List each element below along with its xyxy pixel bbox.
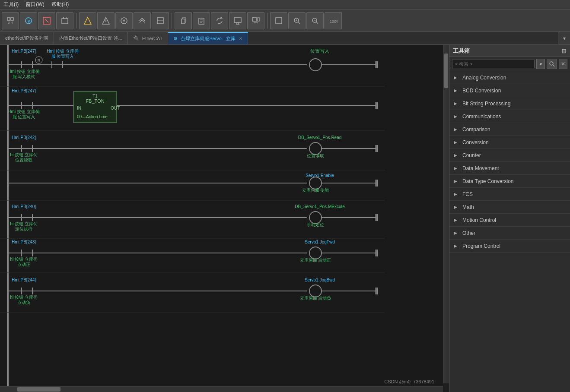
ladder-diagram-svg: Hmi.PB[247] R Hmi 按钮 立库伺 服 写入模式 Hmi 按钮 立… xyxy=(0,45,419,386)
svg-text:Hmi.PB[244]: Hmi.PB[244] xyxy=(12,278,36,282)
svg-text:位置读取: 位置读取 xyxy=(307,153,324,158)
toolbar-btn-copy[interactable] xyxy=(175,12,192,29)
svg-rect-28 xyxy=(252,18,257,21)
toolbar-btn-5[interactable] xyxy=(97,12,115,29)
svg-text:DB_Servo1_Pos.Read: DB_Servo1_Pos.Read xyxy=(298,135,342,140)
toolbar-btn-1[interactable]: 34 xyxy=(2,12,19,29)
expand-arrow: ▶ xyxy=(454,114,459,119)
svg-text:立库伺服 点动负: 立库伺服 点动负 xyxy=(300,296,331,300)
toolbar-btn-paste[interactable] xyxy=(193,12,210,29)
svg-point-98 xyxy=(309,177,322,189)
svg-rect-0 xyxy=(7,18,10,20)
toolbox-search-bar: ▾ ✕ xyxy=(449,57,570,71)
toolbar-btn-monitor[interactable] xyxy=(229,12,246,29)
toolbox-item-communications[interactable]: ▶ Communications xyxy=(449,110,570,123)
toolbar-btn-frame[interactable] xyxy=(270,12,287,29)
svg-line-156 xyxy=(553,65,554,66)
svg-text:00—ActionTime: 00—ActionTime xyxy=(77,114,108,119)
menu-help[interactable]: 帮助(H) xyxy=(51,1,69,8)
ladder-area: Hmi.PB[247] R Hmi 按钮 立库伺 服 写入模式 Hmi 按钮 立… xyxy=(0,45,449,392)
svg-text:服 写入模式: 服 写入模式 xyxy=(13,74,35,79)
toolbox-pin-btn[interactable]: ⊟ xyxy=(561,47,567,54)
toolbox-item-comparison[interactable]: ▶ Comparison xyxy=(449,123,570,136)
toolbox-item-label: Counter xyxy=(462,152,566,158)
svg-text:Hmi 按钮 立库伺: Hmi 按钮 立库伺 xyxy=(47,49,78,54)
svg-line-7 xyxy=(45,19,48,22)
expand-arrow: ▶ xyxy=(454,88,459,93)
watermark: CSDN @m0_73678491 xyxy=(384,379,434,384)
svg-text:Hmi.PB[240]: Hmi.PB[240] xyxy=(12,204,36,209)
svg-text:⊕: ⊕ xyxy=(27,19,31,23)
svg-text:手动定位: 手动定位 xyxy=(307,222,324,227)
menu-bar: 工具(I) 窗口(W) 帮助(H) xyxy=(0,0,570,9)
svg-text:4: 4 xyxy=(11,21,13,25)
toolbox-item-other[interactable]: ▶ Other xyxy=(449,227,570,240)
toolbar-btn-2[interactable]: ⊕ xyxy=(20,12,37,29)
vertical-scrollbar[interactable] xyxy=(443,45,449,383)
svg-text:Servo1.JogFwd: Servo1.JogFwd xyxy=(305,240,334,244)
toolbar-btn-zoom-fit[interactable]: 100% xyxy=(325,12,342,29)
toolbox-item-fcs[interactable]: ▶ FCS xyxy=(449,188,570,201)
toolbar-btn-edit[interactable] xyxy=(56,12,73,29)
tab-close-btn[interactable]: ✕ xyxy=(239,36,242,41)
scroll-thumb-v[interactable] xyxy=(444,54,448,88)
svg-point-155 xyxy=(550,62,553,65)
svg-text:hi 按钮 立库伺: hi 按钮 立库伺 xyxy=(10,257,37,262)
svg-text:T1: T1 xyxy=(92,94,98,98)
toolbar-btn-zoom-in[interactable] xyxy=(288,12,306,29)
toolbox-item-counter[interactable]: ▶ Counter xyxy=(449,149,570,162)
svg-text:Hmi.PB[243]: Hmi.PB[243] xyxy=(12,240,36,244)
svg-rect-8 xyxy=(62,19,68,24)
svg-text:100%: 100% xyxy=(330,19,338,24)
toolbox-item-program-control[interactable]: ▶ Program Control xyxy=(449,240,570,253)
menu-tools[interactable]: 工具(I) xyxy=(3,1,19,8)
menu-window[interactable]: 窗口(W) xyxy=(25,1,44,8)
toolbox-item-motion-control[interactable]: ▶ Motion Control xyxy=(449,214,570,227)
toolbar-btn-warn[interactable]: ! xyxy=(79,12,96,29)
tab-ethernet-ip-port[interactable]: 内置EtherNet/IP端口设置 连... xyxy=(54,32,128,44)
tab-dropdown-btn[interactable]: ▾ xyxy=(558,32,570,44)
svg-text:立库伺服 使能: 立库伺服 使能 xyxy=(302,188,329,193)
toolbox-search-go-btn[interactable] xyxy=(547,59,557,69)
svg-point-59 xyxy=(309,59,322,71)
toolbox-item-bit-string-processing[interactable]: ▶ Bit String Processing xyxy=(449,97,570,110)
toolbox-search-input[interactable] xyxy=(452,60,535,68)
svg-text:位置写入: 位置写入 xyxy=(310,48,329,54)
toolbar-btn-refresh[interactable] xyxy=(211,12,228,29)
toolbox-item-label: BCD Conversion xyxy=(462,88,566,94)
toolbar-btn-monitor2[interactable] xyxy=(247,12,264,29)
toolbox-item-math[interactable]: ▶ Math xyxy=(449,201,570,214)
toolbox-search-clear-btn[interactable]: ✕ xyxy=(559,59,567,69)
ladder-svg: Hmi.PB[247] R Hmi 按钮 立库伺 服 写入模式 Hmi 按钮 立… xyxy=(0,45,443,386)
svg-text:定位执行: 定位执行 xyxy=(15,227,32,231)
tab-ethercat[interactable]: 🔌 EtherCAT xyxy=(128,32,168,44)
toolbar-btn-zoom-out[interactable] xyxy=(306,12,324,29)
toolbox: 工具箱 ⊟ ▾ ✕ ▶ Analog Conversion ▶ BCD Conv… xyxy=(449,45,570,392)
svg-text:IN: IN xyxy=(77,106,81,111)
scroll-thumb-h[interactable] xyxy=(17,387,61,392)
tab-servo-active[interactable]: ⚙ 点焊立库伺服Servo - 立库 ✕ xyxy=(168,32,248,44)
toolbar-sep-3 xyxy=(267,13,267,28)
servo-icon: ⚙ xyxy=(173,36,178,41)
toolbox-search-dropdown-btn[interactable]: ▾ xyxy=(536,59,545,69)
horizontal-scrollbar[interactable] xyxy=(0,386,443,392)
svg-text:hi 按钮 立库伺: hi 按钮 立库伺 xyxy=(10,295,37,300)
expand-arrow: ▶ xyxy=(454,192,459,196)
toolbar-btn-6[interactable] xyxy=(115,12,133,29)
toolbox-item-label: Comparison xyxy=(462,126,566,133)
toolbar-btn-3[interactable] xyxy=(38,12,55,29)
expand-arrow: ▶ xyxy=(454,140,459,145)
toolbar-sep-1 xyxy=(76,13,76,28)
toolbox-item-list: ▶ Analog Conversion ▶ BCD Conversion ▶ B… xyxy=(449,71,570,392)
toolbox-item-conversion[interactable]: ▶ Conversion xyxy=(449,136,570,149)
svg-text:DB_Servo1_Pos.MExcute: DB_Servo1_Pos.MExcute xyxy=(295,204,345,209)
expand-arrow: ▶ xyxy=(454,243,459,248)
toolbox-item-data-movement[interactable]: ▶ Data Movement xyxy=(449,162,570,175)
toolbox-item-analog-conversion[interactable]: ▶ Analog Conversion xyxy=(449,71,570,84)
toolbox-item-label: Conversion xyxy=(462,139,566,145)
toolbox-item-data-type-conversion[interactable]: ▶ Data Type Conversion xyxy=(449,175,570,188)
tab-ethernet-ip-list[interactable]: etherNet/IP设备列表 xyxy=(0,32,54,44)
toolbox-item-bcd-conversion[interactable]: ▶ BCD Conversion xyxy=(449,84,570,97)
toolbar-btn-8[interactable] xyxy=(152,12,169,29)
toolbar-btn-7[interactable] xyxy=(134,12,151,29)
